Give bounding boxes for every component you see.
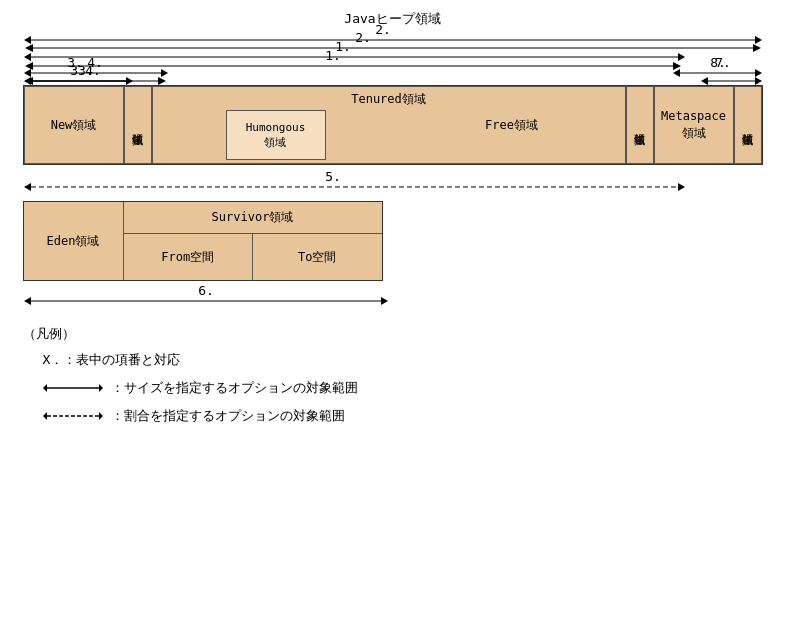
region-tenured: Tenured領域 Humongous領域 Free領域 [152,86,626,164]
main-regions-row: New領域 拡張領域 Tenured領域 Humongous領域 Free領域 … [23,85,763,165]
svg-marker-7 [755,36,762,44]
solid-arrow-icon [43,380,103,396]
svg-marker-23 [755,69,762,77]
arrow6-area: 6. [23,281,388,305]
diagram-container: Javaヒープ領域 2. 1. 4. 3. 3. [23,10,763,425]
svg-marker-19 [126,77,133,85]
svg-marker-27 [755,77,762,85]
svg-marker-26 [701,77,708,85]
legend-item2: ：サイズを指定するオプションの対象範囲 [43,379,763,397]
svg-marker-11 [678,53,685,61]
svg-marker-38 [99,384,103,392]
region-expand1: 拡張領域 [124,86,152,164]
svg-text:6.: 6. [198,283,214,298]
region-metaspace: Metaspace領域 [654,86,734,164]
svg-marker-40 [43,412,47,420]
legend-x-label: X．：表中の項番と対応 [43,351,181,369]
svg-marker-41 [99,412,103,420]
region-expand3: 拡張領域 [734,86,762,164]
legend: （凡例） X．：表中の項番と対応 ：サイズを指定するオプションの対象範囲 ：割合… [23,325,763,425]
arrow5-area: 5. [23,165,763,193]
svg-text:5.: 5. [325,169,341,184]
svg-text:4.: 4. [87,55,103,70]
region-eden: Eden領域 [24,202,124,280]
arrows-clean: 2. 1. 4. 3. 8. 7. [23,23,763,85]
svg-text:1.: 1. [335,39,351,54]
survivor-sub: From空間 To空間 [124,234,382,280]
svg-marker-37 [43,384,47,392]
survivor-label: Survivor領域 [124,202,382,234]
svg-marker-31 [678,183,685,191]
legend-item2-text: ：サイズを指定するオプションの対象範囲 [111,379,358,397]
svg-marker-30 [24,183,31,191]
new-detail-box: Eden領域 Survivor領域 From空間 To空間 [23,201,383,281]
all-top-arrows: 2. 1. 4. 3. 8. 7. [23,23,763,85]
arrow6-svg: 6. [23,281,388,305]
svg-text:2.: 2. [375,23,391,37]
region-new: New領域 [24,86,124,164]
survivor-area: Survivor領域 From空間 To空間 [124,202,382,280]
svg-marker-14 [24,69,31,77]
arrow5-svg: 5. [23,165,763,193]
region-to: To空間 [253,234,382,280]
region-free: Free領域 [472,117,552,134]
region-humongous: Humongous領域 [226,110,326,160]
svg-marker-18 [24,77,31,85]
region-from: From空間 [124,234,254,280]
legend-item1: X．：表中の項番と対応 [43,351,763,369]
svg-marker-22 [673,69,680,77]
region-expand2: 拡張領域 [626,86,654,164]
svg-text:3.: 3. [67,55,83,70]
legend-item3-text: ：割合を指定するオプションの対象範囲 [111,407,345,425]
svg-marker-10 [24,53,31,61]
svg-marker-15 [161,69,168,77]
dashed-arrow-icon [43,408,103,424]
svg-text:7.: 7. [715,55,731,70]
legend-item3: ：割合を指定するオプションの対象範囲 [43,407,763,425]
svg-marker-34 [24,297,31,305]
svg-marker-6 [24,36,31,44]
svg-marker-35 [381,297,388,305]
legend-title: （凡例） [23,325,763,343]
